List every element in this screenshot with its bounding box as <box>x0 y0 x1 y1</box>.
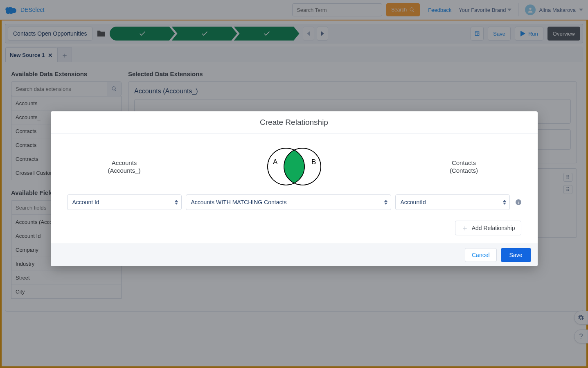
venn-diagram-icon: A B <box>266 146 323 187</box>
join-type-select[interactable]: Accounts WITH MATCHING Contacts <box>186 194 391 210</box>
modal-backdrop: Create Relationship Accounts (Accounts_)… <box>0 0 588 368</box>
select-arrows-icon <box>384 200 387 205</box>
svg-text:A: A <box>273 158 278 166</box>
select-arrows-icon <box>503 200 506 205</box>
left-field-select[interactable]: Account Id <box>67 194 182 210</box>
info-icon[interactable]: i <box>516 199 521 205</box>
left-de-label: Accounts (Accounts_) <box>67 159 182 175</box>
save-button[interactable]: Save <box>501 248 531 262</box>
modal-title: Create Relationship <box>51 111 538 134</box>
modal-footer: Cancel Save <box>51 244 538 266</box>
right-field-select[interactable]: AccountId <box>395 194 510 210</box>
svg-text:B: B <box>311 158 316 166</box>
right-de-label: Contacts (Contacts) <box>407 159 521 175</box>
plus-icon: ＋ <box>461 223 469 233</box>
select-arrows-icon <box>175 200 178 205</box>
svg-text:i: i <box>518 200 519 205</box>
create-relationship-modal: Create Relationship Accounts (Accounts_)… <box>51 111 538 266</box>
cancel-button[interactable]: Cancel <box>465 248 497 262</box>
add-relationship-button[interactable]: ＋ Add Relationship <box>455 221 521 235</box>
